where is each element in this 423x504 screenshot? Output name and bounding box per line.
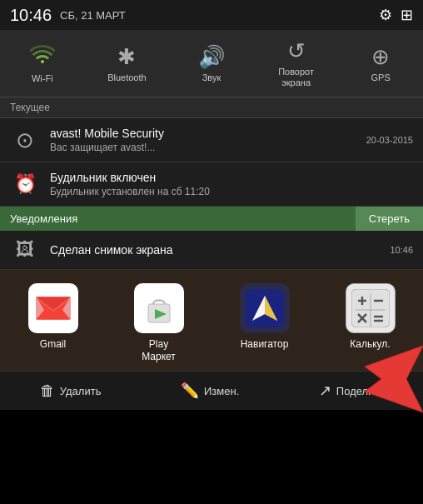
playmarket-label: Play Маркет [142,338,176,362]
navigator-icon [240,283,290,333]
edit-button[interactable]: ✏️ Измен. [172,378,247,403]
screenshot-text: Сделан снимок экрана [50,243,380,257]
share-label: Подели... [336,385,383,397]
screenshot-time: 10:46 [390,245,413,255]
gps-icon: ⊕ [371,44,390,70]
alarm-title: Будильник включен [50,171,413,184]
alarm-icon: ⏰ [10,173,40,195]
toggle-wifi[interactable]: Wi-Fi [9,40,76,87]
screenshot-icon: 🖼 [10,239,40,261]
status-date: СБ, 21 МАРТ [60,9,126,22]
settings-icon[interactable]: ⚙ [379,6,392,24]
delete-button[interactable]: 🗑 Удалить [32,379,110,403]
rotate-label: Поворот экрана [278,67,314,88]
share-icon: ↗ [319,382,331,400]
toggle-sound[interactable]: 🔊 Звук [178,41,245,87]
bluetooth-icon: ✱ [117,44,136,70]
delete-label: Удалить [60,385,102,397]
quick-toggles-bar: Wi-Fi ✱ Bluetooth 🔊 Звук ↺ Поворот экран… [0,30,423,97]
wifi-icon [30,43,55,71]
rotate-icon: ↺ [287,38,306,64]
toggle-rotate[interactable]: ↺ Поворот экрана [263,35,330,92]
playmarket-icon [134,283,184,333]
notification-alarm[interactable]: ⏰ Будильник включен Будильник установлен… [0,162,423,207]
grid-icon[interactable]: ⊞ [401,6,413,24]
avast-time: 20-03-2015 [366,135,413,145]
notification-screenshot[interactable]: 🖼 Сделан снимок экрана 10:46 [0,231,423,270]
gps-label: GPS [371,72,391,83]
notification-panel: Текущее ⊙ avast! Mobile Security Вас защ… [0,97,423,270]
share-button[interactable]: ↗ Подели... [311,378,391,403]
app-playmarket[interactable]: Play Маркет [122,283,197,362]
toggle-bluetooth[interactable]: ✱ Bluetooth [93,41,160,87]
app-drawer: Gmail Play Маркет Навигатор [0,270,423,371]
notification-avast[interactable]: ⊙ avast! Mobile Security Вас защищает av… [0,118,423,162]
app-navigator[interactable]: Навигатор [227,283,302,350]
alarm-subtitle: Будильник установлен на сб 11:20 [50,186,413,197]
avast-content: avast! Mobile Security Вас защищает avas… [50,127,356,153]
toggle-gps[interactable]: ⊕ GPS [347,41,414,87]
gmail-icon [28,283,78,333]
status-bar: 10:46 СБ, 21 МАРТ ⚙ ⊞ [0,0,423,30]
app-calculator[interactable]: Калькул. [333,283,408,350]
calculator-label: Калькул. [350,338,390,350]
app-gmail[interactable]: Gmail [16,283,91,350]
edit-label: Измен. [204,385,239,397]
wifi-label: Wi-Fi [32,73,53,84]
clear-notifications-button[interactable]: Стереть [355,207,423,231]
section-header: Текущее [0,97,423,118]
calculator-icon [346,283,396,333]
sound-icon: 🔊 [198,44,225,70]
bluetooth-label: Bluetooth [107,72,146,83]
avast-icon: ⊙ [10,127,40,153]
avast-subtitle: Вас защищает avast!... [50,142,356,153]
notif-controls: Уведомления Стереть [0,207,423,231]
notif-controls-label: Уведомления [0,207,355,231]
edit-icon: ✏️ [181,382,199,400]
alarm-content: Будильник включен Будильник установлен н… [50,171,413,197]
status-time: 10:46 [10,6,52,25]
status-icons: ⚙ ⊞ [379,6,413,24]
navigator-label: Навигатор [241,338,289,350]
sound-label: Звук [202,72,221,83]
trash-icon: 🗑 [40,382,55,400]
avast-title: avast! Mobile Security [50,127,356,140]
gmail-label: Gmail [40,338,66,350]
bottom-action-bar: 🗑 Удалить ✏️ Измен. ↗ Подели... [0,371,423,410]
